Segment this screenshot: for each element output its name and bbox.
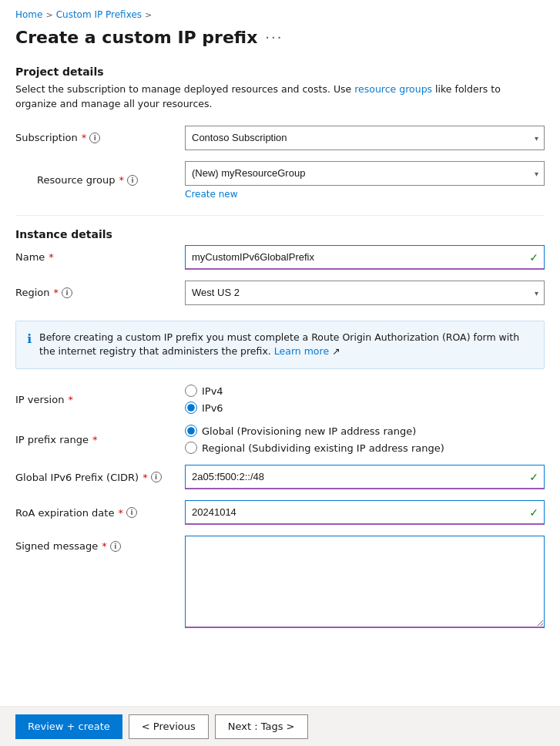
- info-banner: ℹ Before creating a custom IP prefix you…: [15, 321, 545, 370]
- breadcrumb-home[interactable]: Home: [15, 9, 42, 20]
- ip-prefix-range-radio-group: Global (Provisioning new IP address rang…: [185, 425, 545, 454]
- ip-version-required: *: [68, 394, 73, 405]
- region-info-icon[interactable]: i: [62, 287, 72, 298]
- signed-message-label: Signed message * i: [15, 540, 185, 552]
- roa-expiration-control: ✓: [185, 500, 545, 525]
- signed-message-info-icon[interactable]: i: [110, 541, 121, 552]
- global-prefix-input[interactable]: [185, 465, 545, 489]
- region-select-wrapper: West US 2 ▾: [185, 281, 545, 305]
- subscription-control: Contoso Subscription ▾: [185, 126, 545, 150]
- resource-group-control: (New) myResourceGroup ▾ Create new: [185, 161, 545, 200]
- review-create-button[interactable]: Review + create: [15, 714, 122, 739]
- project-details-heading: Project details: [15, 66, 545, 78]
- region-label: Region * i: [15, 287, 185, 298]
- name-check-icon: ✓: [529, 251, 538, 264]
- info-banner-text: Before creating a custom IP prefix you m…: [39, 331, 533, 360]
- global-prefix-info-icon[interactable]: i: [151, 472, 162, 482]
- desc-text-before: Select the subscription to manage deploy…: [15, 83, 351, 95]
- roa-expiration-input[interactable]: [185, 500, 545, 525]
- ip-prefix-regional-radio[interactable]: [185, 442, 197, 454]
- ip-version-row: IP version * IPv4 IPv6: [15, 385, 545, 414]
- instance-details-section: Instance details Name * ✓ Region: [15, 228, 545, 305]
- resource-group-select[interactable]: (New) myResourceGroup: [185, 161, 545, 186]
- region-row: Region * i West US 2 ▾: [15, 281, 545, 305]
- name-input[interactable]: [185, 245, 545, 270]
- ip-version-radio-group: IPv4 IPv6: [185, 385, 545, 414]
- breadcrumb-sep2: >: [145, 10, 152, 20]
- name-control: ✓: [185, 245, 545, 270]
- resource-group-info-icon[interactable]: i: [127, 175, 138, 186]
- ip-version-label: IP version *: [15, 394, 185, 405]
- signed-message-textarea[interactable]: [185, 536, 545, 628]
- subscription-row: Subscription * i Contoso Subscription ▾: [15, 126, 545, 150]
- ip-prefix-regional-label[interactable]: Regional (Subdividing existing IP addres…: [202, 442, 444, 454]
- ip-prefix-global-radio[interactable]: [185, 425, 197, 437]
- ip-version-ipv6-radio[interactable]: [185, 402, 197, 414]
- global-prefix-control: ✓: [185, 465, 545, 489]
- subscription-select-wrapper: Contoso Subscription ▾: [185, 126, 545, 150]
- roa-expiration-check-icon: ✓: [529, 506, 538, 519]
- ip-version-ipv4-label[interactable]: IPv4: [202, 385, 223, 397]
- subscription-select[interactable]: Contoso Subscription: [185, 126, 545, 150]
- ip-prefix-range-control: Global (Provisioning new IP address rang…: [185, 425, 545, 454]
- resource-group-required: *: [119, 174, 125, 186]
- name-input-wrapper: ✓: [185, 245, 545, 270]
- ip-prefix-range-label: IP prefix range *: [15, 434, 185, 445]
- ip-version-ipv6-label[interactable]: IPv6: [202, 402, 223, 414]
- resource-group-row: Resource group * i (New) myResourceGroup…: [15, 161, 545, 200]
- resource-groups-link[interactable]: resource groups: [354, 83, 432, 95]
- ip-prefix-regional-item: Regional (Subdividing existing IP addres…: [185, 442, 545, 454]
- roa-expiration-label: RoA expiration date * i: [15, 507, 185, 519]
- region-control: West US 2 ▾: [185, 281, 545, 305]
- subscription-label: Subscription * i: [15, 132, 185, 143]
- ip-prefix-range-required: *: [92, 434, 98, 445]
- ip-prefix-global-label[interactable]: Global (Provisioning new IP address rang…: [202, 425, 416, 437]
- global-prefix-row: Global IPv6 Prefix (CIDR) * i ✓: [15, 465, 545, 489]
- name-label: Name *: [15, 251, 185, 263]
- signed-message-required: *: [102, 540, 107, 552]
- name-required: *: [49, 251, 54, 263]
- previous-button[interactable]: < Previous: [129, 714, 209, 739]
- roa-expiration-row: RoA expiration date * i ✓: [15, 500, 545, 525]
- create-new-link[interactable]: Create new: [185, 189, 545, 200]
- global-prefix-check-icon: ✓: [529, 471, 538, 483]
- more-options-icon[interactable]: ···: [265, 29, 283, 45]
- project-details-section: Project details Select the subscription …: [15, 66, 545, 200]
- external-link-icon: ↗: [332, 345, 340, 357]
- next-button[interactable]: Next : Tags >: [215, 714, 308, 739]
- breadcrumb: Home > Custom IP Prefixes >: [15, 9, 545, 20]
- signed-message-control: [185, 536, 545, 630]
- instance-details-heading: Instance details: [15, 228, 545, 240]
- global-prefix-label: Global IPv6 Prefix (CIDR) * i: [15, 472, 185, 483]
- learn-more-link[interactable]: Learn more: [274, 345, 332, 357]
- ip-version-control: IPv4 IPv6: [185, 385, 545, 414]
- resource-group-label: Resource group * i: [15, 174, 185, 186]
- breadcrumb-custom-ip[interactable]: Custom IP Prefixes: [56, 9, 142, 20]
- page-title-area: Create a custom IP prefix ···: [15, 28, 545, 47]
- ip-prefix-global-item: Global (Provisioning new IP address rang…: [185, 425, 545, 437]
- signed-message-row: Signed message * i: [15, 536, 545, 630]
- ip-prefix-range-row: IP prefix range * Global (Provisioning n…: [15, 425, 545, 454]
- divider-1: [15, 215, 545, 216]
- footer: Review + create < Previous Next : Tags >: [0, 706, 560, 746]
- roa-expiration-input-wrapper: ✓: [185, 500, 545, 525]
- page-title: Create a custom IP prefix: [15, 28, 257, 47]
- ip-version-ipv6-item: IPv6: [185, 402, 545, 414]
- resource-group-select-wrapper: (New) myResourceGroup ▾: [185, 161, 545, 186]
- region-select[interactable]: West US 2: [185, 281, 545, 305]
- ip-version-ipv4-radio[interactable]: [185, 385, 197, 397]
- name-row: Name * ✓: [15, 245, 545, 270]
- ip-version-ipv4-item: IPv4: [185, 385, 545, 397]
- subscription-info-icon[interactable]: i: [89, 133, 100, 143]
- roa-expiration-info-icon[interactable]: i: [126, 507, 137, 518]
- project-details-desc: Select the subscription to manage deploy…: [15, 82, 545, 112]
- roa-expiration-required: *: [118, 507, 123, 519]
- global-prefix-input-wrapper: ✓: [185, 465, 545, 489]
- global-prefix-required: *: [143, 472, 148, 483]
- subscription-required: *: [82, 132, 87, 143]
- region-required: *: [54, 287, 59, 298]
- breadcrumb-sep1: >: [45, 10, 52, 20]
- info-banner-icon: ℹ: [27, 331, 32, 346]
